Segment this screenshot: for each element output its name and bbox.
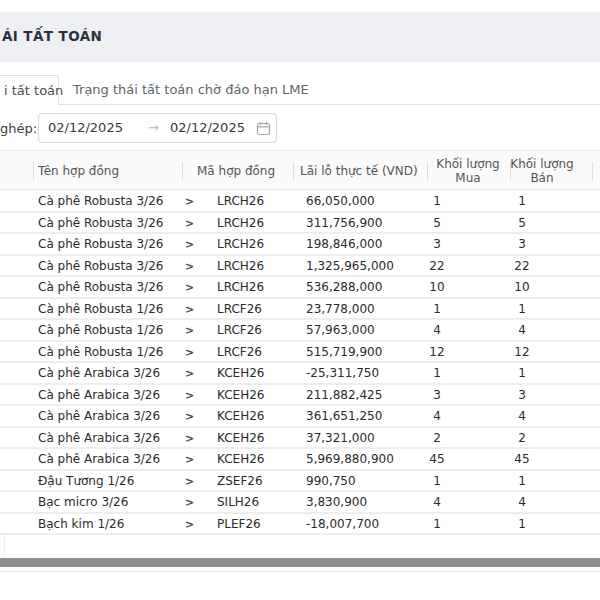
expand-row-icon[interactable]: > <box>185 449 194 471</box>
buy-volume-value: 2 <box>417 428 457 450</box>
tab-settlement-status[interactable]: i tất toán <box>0 75 59 105</box>
sell-volume-value: 1 <box>502 363 542 385</box>
buy-volume-value: 4 <box>417 492 457 514</box>
table-row[interactable]: Cà phê Arabica 3/26 > KCEH26 361,651,250… <box>0 406 600 428</box>
sell-volume-value: 1 <box>502 471 542 493</box>
contract-code: LRCF26 <box>217 342 262 364</box>
buy-volume-value: 1 <box>417 299 457 321</box>
contract-name: Cà phê Robusta 3/26 <box>38 256 163 278</box>
realized-pnl-value: 211,882,425 <box>306 385 382 407</box>
expand-row-icon[interactable]: > <box>185 191 194 213</box>
expand-row-icon[interactable]: > <box>185 428 194 450</box>
tab-settlement-status-label: i tất toán <box>4 83 63 98</box>
expand-row-icon[interactable]: > <box>185 514 194 536</box>
column-header-realized-pnl: Lãi lỗ thực tế (VND) <box>300 164 418 178</box>
realized-pnl-value: -25,311,750 <box>306 363 379 385</box>
table-bottom-border <box>0 571 600 572</box>
table-row[interactable]: Cà phê Arabica 3/26 > KCEH26 211,882,425… <box>0 385 600 407</box>
title-bar: ÁI TẤT TOÁN <box>0 12 600 62</box>
header-divider <box>33 162 34 180</box>
header-divider <box>592 162 593 180</box>
realized-pnl-value: -18,007,700 <box>306 514 379 536</box>
contract-name: Cà phê Arabica 3/26 <box>38 428 160 450</box>
contract-code: ZSEF26 <box>217 471 263 493</box>
buy-volume-word1: Khối lượng <box>436 157 499 171</box>
contract-code: LRCH26 <box>217 277 264 299</box>
sell-volume-value: 5 <box>502 213 542 235</box>
contract-code: KCEH26 <box>217 363 264 385</box>
expand-row-icon[interactable]: > <box>185 299 194 321</box>
expand-row-icon[interactable]: > <box>185 363 194 385</box>
header-divider <box>427 162 428 180</box>
buy-volume-value: 1 <box>417 471 457 493</box>
table-row[interactable]: Bạc micro 3/26 > SILH26 3,830,900 4 4 <box>0 492 600 514</box>
table-row[interactable]: Cà phê Robusta 3/26 > LRCH26 1,325,965,0… <box>0 256 600 278</box>
contract-code: KCEH26 <box>217 449 264 471</box>
table-row[interactable]: Cà phê Arabica 3/26 > KCEH26 37,321,000 … <box>0 428 600 450</box>
contract-name: Đậu Tương 1/26 <box>38 471 134 493</box>
buy-volume-value: 3 <box>417 385 457 407</box>
date-range-arrow-icon: → <box>148 120 159 135</box>
contract-name: Cà phê Robusta 3/26 <box>38 277 163 299</box>
sell-volume-value: 3 <box>502 234 542 256</box>
sell-volume-value: 3 <box>502 385 542 407</box>
table-row[interactable]: Cà phê Robusta 1/26 > LRCF26 23,778,000 … <box>0 299 600 321</box>
contract-code: LRCH26 <box>217 234 264 256</box>
expand-row-icon[interactable]: > <box>185 406 194 428</box>
expand-row-icon[interactable]: > <box>185 256 194 278</box>
tab-settlement-status-lme-label: Trạng thái tất toán chờ đáo hạn LME <box>73 82 309 97</box>
table-row[interactable]: Đậu Tương 1/26 > ZSEF26 990,750 1 1 <box>0 471 600 493</box>
realized-pnl-value: 37,321,000 <box>306 428 375 450</box>
contract-code: LRCF26 <box>217 299 262 321</box>
sell-volume-word2: Bán <box>530 171 553 185</box>
header-divider <box>293 162 294 180</box>
expand-row-icon[interactable]: > <box>185 234 194 256</box>
expand-row-icon[interactable]: > <box>185 471 194 493</box>
table-row[interactable]: Cà phê Robusta 1/26 > LRCF26 57,963,000 … <box>0 320 600 342</box>
expand-row-icon[interactable]: > <box>185 342 194 364</box>
date-from-value[interactable]: 02/12/2025 <box>48 120 123 135</box>
contract-code: LRCH26 <box>217 213 264 235</box>
date-range-picker[interactable]: 02/12/2025 → 02/12/2025 <box>38 113 277 143</box>
column-header-sell-volume: Khối lượng Bán <box>501 157 583 185</box>
table-row[interactable]: Cà phê Robusta 1/26 > LRCF26 515,719,900… <box>0 342 600 364</box>
table-row[interactable]: Bạch kim 1/26 > PLEF26 -18,007,700 1 1 <box>0 514 600 536</box>
contract-name: Cà phê Arabica 3/26 <box>38 449 160 471</box>
expand-row-icon[interactable]: > <box>185 320 194 342</box>
expand-row-icon[interactable]: > <box>185 385 194 407</box>
table-row[interactable]: Cà phê Robusta 3/26 > LRCH26 198,846,000… <box>0 234 600 256</box>
table-row[interactable]: Cà phê Robusta 3/26 > LRCH26 311,756,900… <box>0 213 600 235</box>
buy-volume-value: 5 <box>417 213 457 235</box>
calendar-icon[interactable] <box>256 121 271 136</box>
expand-row-icon[interactable]: > <box>185 277 194 299</box>
horizontal-scrollbar-thumb[interactable] <box>0 558 600 567</box>
contract-code: LRCH26 <box>217 256 264 278</box>
sell-volume-value: 2 <box>502 428 542 450</box>
contract-name: Cà phê Robusta 3/26 <box>38 213 163 235</box>
table-header: Tên hợp đồng Mã hợp đồng Lãi lỗ thực tế … <box>0 150 600 190</box>
realized-pnl-value: 361,651,250 <box>306 406 382 428</box>
table-row[interactable]: Cà phê Robusta 3/26 > LRCH26 536,288,000… <box>0 277 600 299</box>
contract-name: Cà phê Robusta 3/26 <box>38 234 163 256</box>
tab-settlement-status-lme[interactable]: Trạng thái tất toán chờ đáo hạn LME <box>60 75 275 104</box>
date-to-value[interactable]: 02/12/2025 <box>170 120 245 135</box>
buy-volume-value: 1 <box>417 514 457 536</box>
contract-name: Cà phê Robusta 3/26 <box>38 191 163 213</box>
table-row[interactable]: Cà phê Robusta 3/26 > LRCH26 66,050,000 … <box>0 191 600 213</box>
buy-volume-value: 1 <box>417 191 457 213</box>
settlement-status-screen: ÁI TẤT TOÁN i tất toán Trạng thái tất to… <box>0 0 600 600</box>
column-header-buy-volume: Khối lượng Mua <box>427 157 509 185</box>
table-body: Cà phê Robusta 3/26 > LRCH26 66,050,000 … <box>0 191 600 558</box>
contract-name: Cà phê Robusta 1/26 <box>38 342 163 364</box>
expand-row-icon[interactable]: > <box>185 213 194 235</box>
buy-volume-value: 4 <box>417 406 457 428</box>
realized-pnl-value: 3,830,900 <box>306 492 367 514</box>
table-row[interactable]: Cà phê Arabica 3/26 > KCEH26 5,969,880,9… <box>0 449 600 471</box>
table-row[interactable]: Cà phê Arabica 3/26 > KCEH26 -25,311,750… <box>0 363 600 385</box>
realized-pnl-value: 1,325,965,000 <box>306 256 394 278</box>
realized-pnl-value: 536,288,000 <box>306 277 382 299</box>
expand-row-icon[interactable]: > <box>185 492 194 514</box>
buy-volume-value: 3 <box>417 234 457 256</box>
contract-name: Cà phê Arabica 3/26 <box>38 385 160 407</box>
sell-volume-word1: Khối lượng <box>510 157 573 171</box>
